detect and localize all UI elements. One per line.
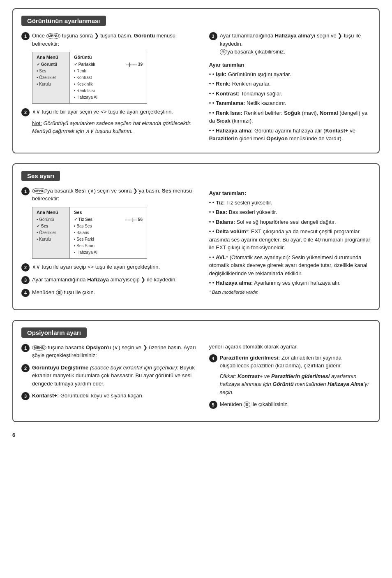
menu-right-item-2-6: • Hafızaya Al <box>74 249 143 256</box>
step-3-2: 2 Görüntüyü Değiştirme (sadece büyk ekra… <box>21 364 199 388</box>
step-content-3-4: Parazitlerin giderilmesi: Zor alınabilen… <box>220 354 371 397</box>
section-title-3: Opsiyonların ayarı <box>21 327 87 338</box>
col-right-2: Ayar tanımları: • Tiz: Tiz sesleri yükse… <box>209 187 371 301</box>
def-heading-2: Ayar tanımları: <box>209 190 371 196</box>
step-1-2: 2 ∧∨ tuşu ile bir ayar seçin ve <> tuşu … <box>21 108 199 135</box>
def-item-1-6: • Hafızaya alma: Görüntü ayarını hafızay… <box>209 127 371 143</box>
col-left-1: 1 Önce MENU tuşuna sonra ❯ tuşuna basın.… <box>21 32 199 144</box>
step-num-3-3: 3 <box>21 392 30 400</box>
menu-right-item-2-1: ✓ Tiz Ses-----|--- 56 <box>74 216 143 223</box>
exit-icon-2: ⊞ <box>56 290 62 296</box>
arrow-right-1: ❯ <box>95 32 99 39</box>
note-1: Not: Görüntüyü ayarlarken sadece seçilen… <box>32 119 199 135</box>
step-num-2-4: 4 <box>21 289 30 297</box>
step-content-2-4: Menüden ⊞ tuşu ile çıkın. <box>32 288 199 297</box>
menu-right-item-5: • Renk Isısı <box>74 88 143 94</box>
step-content-1-1: Önce MENU tuşuna sonra ❯ tuşuna basın. G… <box>32 32 199 48</box>
def-item-2-1: • Tiz: Tiz sesleri yükseltir. <box>209 199 371 207</box>
def-item-1-4: • Tanımlama: Netlik kazandırır. <box>209 99 371 107</box>
menu-right-item-1: ✓ Parlaklık--|----- 39 <box>74 61 143 68</box>
menu-left-item-2: • Ses <box>37 68 65 74</box>
step-content-2-3: Ayar tamamlandığında Hafızaya alma'yıseç… <box>32 276 199 284</box>
menu-right-2: Ses ✓ Tiz Ses-----|--- 56 • Bas Ses • Ba… <box>69 207 147 258</box>
step-num-2-1: 1 <box>21 187 30 195</box>
def-item-1-1: • Işık: Görüntünün ışığını ayarlar. <box>209 70 371 79</box>
menu-left-title-2: Ana Menü <box>37 210 65 215</box>
step-num-1-2: 2 <box>21 108 30 116</box>
step-content-1-2: ∧∨ tuşu ile bir ayar seçin ve <> tuşu il… <box>32 108 199 135</box>
step-content-2-2: ∧∨ tuşu ile ayarı seçip <> tuşu ile ayar… <box>32 263 199 271</box>
step-3-3-cont: yerleri açarak otomatik olarak ayarlar. <box>209 344 371 350</box>
step-num-2-3: 3 <box>21 276 30 284</box>
section-title-2: Ses ayarı <box>21 171 60 181</box>
step-content-3-2: Görüntüyü Değiştirme (sadece büyk ekranl… <box>32 364 199 388</box>
def-item-2-5: • AVL* (Otomatik ses ayarlayıcı): Sesin … <box>209 253 371 278</box>
menu-right-item-3: • Kontrast <box>74 74 143 81</box>
exit-icon-3: ⊞ <box>244 402 250 408</box>
menu-left-item-2-4: • Kurulu <box>37 236 65 243</box>
exit-icon-1: ⊞ <box>220 49 226 55</box>
def-list-1: • Işık: Görüntünün ışığını ayarlar. • Re… <box>209 70 371 143</box>
def-heading-1: Ayar tanımları <box>209 62 371 68</box>
menu-left-1: Ana Menü ✓ Görüntü • Ses • Özellikler • … <box>32 52 69 103</box>
step-3-1: 1 MENU tuşuna basarak Opsiyon'u (∨) seçi… <box>21 344 199 360</box>
step-2-1: 1 MENU'ya basarak Ses'i (∨) seçin ve son… <box>21 187 199 203</box>
step-num-3-2: 2 <box>21 364 30 372</box>
section-goruntunun-ayarlanmasi: Görüntünün ayarlanması 1 Önce MENU tuşun… <box>12 8 380 153</box>
menu-left-item-2-2: ✓ Ses <box>37 223 65 230</box>
def-item-2-2: • Bas: Bas sesleri yükseltir. <box>209 208 371 216</box>
col-left-2: 1 MENU'ya basarak Ses'i (∨) seçin ve son… <box>21 187 199 301</box>
step-content-1-3: Ayar tamamlandığında Hafızaya alma'yı se… <box>220 32 371 56</box>
menu-icon-1: MENU <box>46 33 61 39</box>
menu-right-item-6: • Hafızaya Al <box>74 94 143 101</box>
menu-left-2: Ana Menü • Görüntü ✓ Ses • Özellikler • … <box>32 207 69 258</box>
col-right-3: yerleri açarak otomatik olarak ayarlar. … <box>209 344 371 413</box>
step-2-3: 3 Ayar tamamlandığında Hafızaya alma'yıs… <box>21 276 199 284</box>
def-item-1-5: • Renk Isısı: Renkleri belirler: Soğuk (… <box>209 109 371 125</box>
step-num-2-2: 2 <box>21 263 30 272</box>
menu-right-item-2-4: • Ses Farki <box>74 236 143 243</box>
menu-right-1: Görüntü ✓ Parlaklık--|----- 39 • Renk • … <box>69 52 147 103</box>
step-num-3-4: 4 <box>209 354 217 362</box>
def-item-2-4: • Delta volüm*: EXT çıkışında ya da mevc… <box>209 227 371 252</box>
section-opsiyonlarin-ayari: Opsiyonların ayarı 1 MENU tuşuna basarak… <box>12 320 380 422</box>
step-num-3-5: 5 <box>209 401 217 409</box>
menu-right-title-2: Ses <box>74 210 143 215</box>
step-1-1: 1 Önce MENU tuşuna sonra ❯ tuşuna basın.… <box>21 32 199 48</box>
step-1-3: 3 Ayar tamamlandığında Hafızaya alma'yı … <box>209 32 371 56</box>
menu-right-item-2-5: • Ses Sınırı <box>74 243 143 249</box>
menu-left-title-1: Ana Menü <box>37 55 65 60</box>
note-3: Dikkat: Kontrast+ ve Parazitlerin gideri… <box>220 372 371 397</box>
def-list-2: • Tiz: Tiz sesleri yükseltir. • Bas: Bas… <box>209 199 371 287</box>
footnote-2: * Bazı modellerde vardır. <box>209 290 371 295</box>
step-content-3-5: Menüden ⊞ ile çıkabilirsiniz. <box>220 400 371 409</box>
step-num-3-1: 1 <box>21 344 30 352</box>
col-right-1: 3 Ayar tamamlandığında Hafızaya alma'yı … <box>209 32 371 144</box>
step-num-1-3: 3 <box>209 32 217 40</box>
menu-left-item-1: ✓ Görüntü <box>37 61 65 68</box>
menu-illustration-1: Ana Menü ✓ Görüntü • Ses • Özellikler • … <box>32 52 147 104</box>
section-title-1: Görüntünün ayarlanması <box>21 16 106 26</box>
menu-right-item-2-3: • Balans <box>74 230 143 236</box>
def-item-1-2: • Renk: Renkleri ayarlar. <box>209 80 371 88</box>
step-3-5: 5 Menüden ⊞ ile çıkabilirsiniz. <box>209 400 371 409</box>
menu-icon-3: MENU <box>32 345 46 351</box>
menu-left-item-4: • Kurulu <box>37 81 65 88</box>
step-3-3: 3 Kontarst+: Görüntüdeki koyu ve siyaha … <box>21 392 199 400</box>
menu-left-item-2-1: • Görüntü <box>37 216 65 223</box>
menu-left-item-2-3: • Özellikler <box>37 230 65 236</box>
step-2-4: 4 Menüden ⊞ tuşu ile çıkın. <box>21 288 199 297</box>
menu-illustration-2: Ana Menü • Görüntü ✓ Ses • Özellikler • … <box>32 207 147 259</box>
col-left-3: 1 MENU tuşuna basarak Opsiyon'u (∨) seçi… <box>21 344 199 413</box>
def-item-2-3: • Balans: Sol ve sğ hoparlörlere sesi de… <box>209 218 371 226</box>
step-2-2: 2 ∧∨ tuşu ile ayarı seçip <> tuşu ile ay… <box>21 263 199 272</box>
def-item-1-3: • Kontrast: Tonlamayı sağlar. <box>209 90 371 98</box>
menu-icon-2: MENU <box>32 188 46 194</box>
step-3-4: 4 Parazitlerin giderilmesi: Zor alınabil… <box>209 354 371 397</box>
section-ses-ayari: Ses ayarı 1 MENU'ya basarak Ses'i (∨) se… <box>12 163 380 310</box>
menu-right-item-2-2: • Bas Ses <box>74 223 143 230</box>
def-item-2-6: • Hafızaya alma: Ayarlanmış ses çıkışını… <box>209 279 371 287</box>
step-content-3-3: Kontarst+: Görüntüdeki koyu ve siyaha ka… <box>32 392 199 400</box>
step-content-2-1: MENU'ya basarak Ses'i (∨) seçin ve sonra… <box>32 187 199 203</box>
menu-right-item-2: • Renk <box>74 68 143 74</box>
